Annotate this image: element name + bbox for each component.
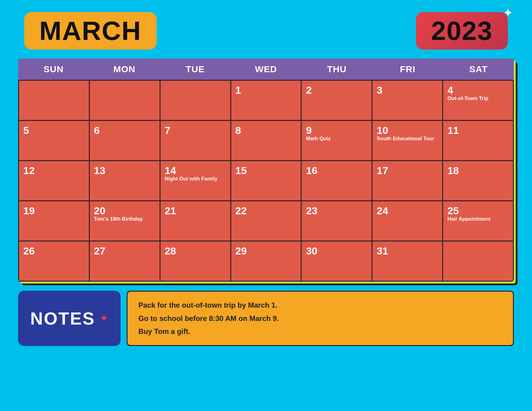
day-number: 19 xyxy=(23,206,85,216)
calendar-cell[interactable]: 18 xyxy=(443,161,513,200)
calendar-cell[interactable]: 13 xyxy=(90,161,160,200)
note-item: Buy Tom a gift. xyxy=(138,326,502,337)
notes-label: NOTES xyxy=(30,308,95,328)
event-text: Tom's 18th Birthday xyxy=(94,216,143,222)
day-number: 6 xyxy=(94,125,155,135)
calendar-cell[interactable]: 26 xyxy=(19,241,89,281)
event-text: South Educational Tour xyxy=(377,136,434,141)
calendar-cell[interactable]: 5 xyxy=(19,121,89,160)
calendar-cell[interactable]: 10South Educational Tour xyxy=(372,121,442,160)
day-header-wed: WED xyxy=(231,59,301,80)
day-number: 4 xyxy=(447,85,509,95)
day-number: 27 xyxy=(94,246,155,256)
day-number: 30 xyxy=(306,246,367,256)
calendar-inner: SUN MON TUE WED THU FRI SAT 1234Out-of-T… xyxy=(18,59,514,282)
day-number: 21 xyxy=(165,206,226,216)
notes-sparkle-icon: ✦ xyxy=(99,312,109,325)
day-header-sun: SUN xyxy=(18,59,89,80)
day-number: 28 xyxy=(165,246,226,256)
sparkle-icon: ✦ xyxy=(503,7,513,19)
calendar-cell[interactable]: 27 xyxy=(90,241,160,281)
calendar-cell[interactable]: 12 xyxy=(19,161,89,200)
day-header-sat: SAT xyxy=(443,59,514,80)
calendar-cell[interactable]: 11 xyxy=(443,121,513,160)
day-number: 25 xyxy=(447,206,509,216)
day-number: 29 xyxy=(235,246,297,256)
year-label: 2023 xyxy=(431,16,493,46)
month-badge: MARCH xyxy=(24,12,157,50)
day-number: 5 xyxy=(23,125,85,135)
notes-section: NOTES ✦ Pack for the out-of-town trip by… xyxy=(18,291,514,346)
calendar-cell[interactable]: 29 xyxy=(231,241,301,281)
day-number: 26 xyxy=(23,246,85,256)
calendar-cell[interactable]: 1 xyxy=(231,81,301,120)
calendar-cell[interactable]: 3 xyxy=(372,81,442,120)
calendar-cell[interactable]: 6 xyxy=(90,121,160,160)
day-number: 1 xyxy=(235,85,297,95)
event-text: Night Out with Family xyxy=(165,176,218,182)
day-number: 7 xyxy=(165,125,226,135)
calendar-cell[interactable] xyxy=(19,81,89,120)
calendar-wrapper: SUN MON TUE WED THU FRI SAT 1234Out-of-T… xyxy=(18,59,514,282)
day-number: 12 xyxy=(23,165,85,176)
calendar-cell[interactable]: 25Hair Appointment xyxy=(443,201,513,241)
calendar-cell[interactable]: 4Out-of-Town Trip xyxy=(443,81,513,120)
calendar-cell[interactable]: 16 xyxy=(302,161,371,200)
calendar-cell[interactable] xyxy=(443,241,513,281)
calendar-cell[interactable]: 9Math Quiz xyxy=(302,121,371,160)
day-number: 23 xyxy=(306,206,367,216)
day-number: 31 xyxy=(377,246,438,256)
calendar-cell[interactable]: 30 xyxy=(302,241,371,281)
calendar-cell[interactable]: 17 xyxy=(372,161,442,200)
day-number: 15 xyxy=(235,165,297,176)
day-number: 2 xyxy=(306,85,367,95)
day-number: 16 xyxy=(306,165,367,176)
event-text: Out-of-Town Trip xyxy=(447,95,488,101)
notes-box: Pack for the out-of-town trip by March 1… xyxy=(127,291,514,346)
note-item: Go to school before 8:30 AM on March 9. xyxy=(138,313,502,324)
year-badge: 2023 xyxy=(416,12,508,50)
day-number: 22 xyxy=(235,206,297,216)
calendar-cell[interactable]: 31 xyxy=(372,241,442,281)
day-number: 10 xyxy=(377,125,438,135)
calendar-grid: 1234Out-of-Town Trip56789Math Quiz10Sout… xyxy=(18,80,514,282)
day-number: 17 xyxy=(377,165,438,176)
year-badge-wrapper: 2023 ✦ xyxy=(416,12,508,50)
calendar-cell[interactable] xyxy=(90,81,160,120)
event-text: Math Quiz xyxy=(306,136,330,141)
calendar-cell[interactable] xyxy=(161,81,230,120)
day-header-thu: THU xyxy=(301,59,372,80)
calendar-cell[interactable]: 24 xyxy=(372,201,442,241)
day-number: 8 xyxy=(235,125,297,135)
month-label: MARCH xyxy=(39,16,141,46)
calendar-cell[interactable]: 7 xyxy=(161,121,230,160)
notes-badge: NOTES ✦ xyxy=(18,291,121,346)
day-number: 20 xyxy=(94,206,155,216)
day-header-mon: MON xyxy=(89,59,160,80)
day-number: 13 xyxy=(94,165,155,176)
day-number: 14 xyxy=(165,165,226,176)
day-number: 18 xyxy=(447,165,509,176)
calendar-cell[interactable]: 8 xyxy=(231,121,301,160)
day-number: 24 xyxy=(377,206,438,216)
calendar-cell[interactable]: 19 xyxy=(19,201,89,241)
day-number: 3 xyxy=(377,85,438,95)
calendar-cell[interactable]: 2 xyxy=(302,81,371,120)
day-header-fri: FRI xyxy=(372,59,443,80)
calendar-cell[interactable]: 21 xyxy=(161,201,230,241)
calendar-cell[interactable]: 20Tom's 18th Birthday xyxy=(90,201,160,241)
calendar-cell[interactable]: 23 xyxy=(302,201,371,241)
day-header-tue: TUE xyxy=(160,59,231,80)
day-number: 9 xyxy=(306,125,367,135)
calendar-cell[interactable]: 14Night Out with Family xyxy=(161,161,230,200)
day-number: 11 xyxy=(447,125,509,135)
calendar-cell[interactable]: 15 xyxy=(231,161,301,200)
event-text: Hair Appointment xyxy=(447,216,490,222)
day-headers: SUN MON TUE WED THU FRI SAT xyxy=(18,59,514,80)
note-item: Pack for the out-of-town trip by March 1… xyxy=(138,300,502,310)
page-header: MARCH 2023 ✦ xyxy=(0,0,532,56)
calendar-cell[interactable]: 22 xyxy=(231,201,301,241)
calendar-cell[interactable]: 28 xyxy=(161,241,230,281)
